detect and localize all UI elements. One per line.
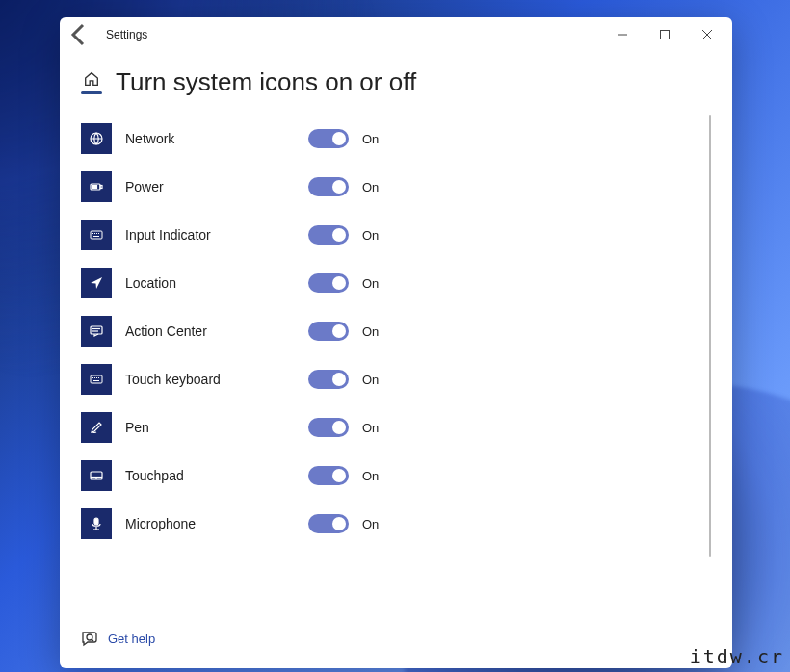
svg-rect-14 <box>91 326 102 334</box>
toggle-state: On <box>362 228 379 243</box>
scrollbar[interactable] <box>709 115 711 557</box>
location-toggle[interactable] <box>308 273 349 293</box>
row-label: Input Indicator <box>125 227 308 243</box>
svg-rect-17 <box>91 375 102 383</box>
app-title: Settings <box>106 28 147 41</box>
toggle-state: On <box>362 517 379 531</box>
pen-toggle[interactable] <box>308 418 349 437</box>
toggle-state: On <box>362 180 379 194</box>
action-center-toggle[interactable] <box>308 322 349 341</box>
titlebar: Settings <box>60 17 732 52</box>
toggle-state: On <box>362 373 379 387</box>
pen-icon <box>81 412 112 443</box>
svg-rect-26 <box>94 518 98 525</box>
row-label: Power <box>125 179 308 194</box>
close-button[interactable] <box>686 20 728 49</box>
svg-line-30 <box>92 639 93 641</box>
input-indicator-icon <box>81 220 112 250</box>
list-item: Action Center On <box>81 307 711 355</box>
network-icon <box>81 123 112 154</box>
row-label: Touch keyboard <box>125 372 308 387</box>
content-area: Turn system icons on or off Network On P… <box>60 52 732 668</box>
home-icon <box>83 70 100 88</box>
list-item: Network On <box>81 115 711 163</box>
home-tab[interactable] <box>81 70 102 94</box>
watermark: itdw.cr <box>690 645 784 668</box>
row-label: Network <box>125 131 308 146</box>
minimize-button[interactable] <box>601 20 644 49</box>
home-underline <box>81 91 102 94</box>
list-item: Microphone On <box>81 500 711 548</box>
page-title: Turn system icons on or off <box>116 67 416 97</box>
touchpad-icon <box>81 460 112 491</box>
svg-rect-7 <box>92 186 97 189</box>
help-icon <box>81 630 98 647</box>
back-button[interactable] <box>64 19 94 50</box>
svg-rect-8 <box>91 231 102 239</box>
list-item: Location On <box>81 259 711 307</box>
row-label: Touchpad <box>125 468 308 483</box>
header-row: Turn system icons on or off <box>81 67 711 97</box>
settings-window: Settings Turn system icons on or off <box>60 17 732 668</box>
svg-rect-1 <box>661 31 670 39</box>
row-label: Location <box>125 275 308 291</box>
toggle-state: On <box>362 324 379 339</box>
touch-keyboard-toggle[interactable] <box>308 370 349 389</box>
list-item: Touch keyboard On <box>81 355 711 403</box>
get-help-link[interactable]: Get help <box>108 632 155 646</box>
toggle-state: On <box>362 132 379 146</box>
settings-list: Network On Power On <box>81 115 711 616</box>
microphone-toggle[interactable] <box>308 514 349 533</box>
toggle-state: On <box>362 276 379 291</box>
list-item: Pen On <box>81 403 711 452</box>
footer: Get help <box>81 616 711 660</box>
maximize-button[interactable] <box>644 20 686 49</box>
list-item: Touchpad On <box>81 452 711 500</box>
row-label: Pen <box>125 420 308 435</box>
touchpad-toggle[interactable] <box>308 466 349 485</box>
input-indicator-toggle[interactable] <box>308 225 349 245</box>
location-icon <box>81 268 112 298</box>
microphone-icon <box>81 508 112 539</box>
power-toggle[interactable] <box>308 177 349 196</box>
network-toggle[interactable] <box>308 129 349 148</box>
toggle-state: On <box>362 421 379 435</box>
row-label: Action Center <box>125 323 308 339</box>
row-label: Microphone <box>125 516 308 531</box>
list-item: Power On <box>81 163 711 211</box>
action-center-icon <box>81 316 112 347</box>
power-icon <box>81 171 112 202</box>
list-item: Input Indicator On <box>81 211 711 259</box>
touch-keyboard-icon <box>81 364 112 395</box>
svg-rect-6 <box>100 186 102 189</box>
toggle-state: On <box>362 469 379 483</box>
window-controls <box>601 20 728 49</box>
